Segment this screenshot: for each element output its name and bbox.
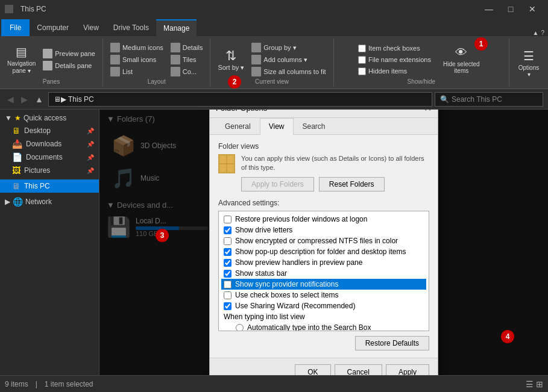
window-title: This PC <box>20 5 46 13</box>
advanced-settings-list[interactable]: Restore previous folder windows at logon… <box>218 211 429 331</box>
modal-tab-general[interactable]: General <box>216 118 260 134</box>
hidden-items-toggle[interactable]: Hidden items <box>356 66 433 76</box>
navigation-pane-label: Navigationpane ▾ <box>7 60 36 75</box>
group-by-button[interactable]: Group by ▾ <box>249 42 328 53</box>
checkbox-popup-desc[interactable]: Show pop-up description for folder and d… <box>221 246 426 257</box>
navigation-pane-button[interactable]: ▤ Navigationpane ▾ <box>5 43 38 76</box>
details-view-button[interactable]: ☰ <box>526 379 534 389</box>
list-button[interactable]: List <box>108 66 166 77</box>
sidebar-item-documents[interactable]: 📄 Documents 📌 <box>0 151 99 164</box>
title-bar: This PC — □ ✕ <box>0 0 548 18</box>
sidebar-header-network[interactable]: ▶ 🌐 Network <box>0 195 99 208</box>
checkbox-sync-provider-input[interactable] <box>224 281 231 288</box>
documents-pin: 📌 <box>87 154 94 161</box>
content-button[interactable]: Co... <box>168 66 206 77</box>
this-pc-label: This PC <box>24 182 50 190</box>
checkbox-sync-provider[interactable]: Show sync provider notifications <box>221 279 426 290</box>
checkbox-status-bar[interactable]: Show status bar <box>221 268 426 279</box>
panes-small-group: Preview pane Details pane <box>40 48 98 71</box>
ribbon-panes-items: ▤ Navigationpane ▾ Preview pane Details … <box>5 39 98 78</box>
restore-defaults-button[interactable]: Restore Defaults <box>355 336 429 350</box>
sidebar-item-downloads[interactable]: 📥 Downloads 📌 <box>0 137 99 151</box>
navigation-pane-icon: ▤ <box>16 45 27 59</box>
advanced-settings-label: Advanced settings: <box>218 199 429 207</box>
checkbox-check-boxes-input[interactable] <box>224 291 231 299</box>
apply-to-folders-button[interactable]: Apply to Folders <box>241 177 314 191</box>
options-button[interactable]: ☰ Options▾ <box>514 48 543 79</box>
file-name-extensions-checkbox[interactable] <box>358 56 366 64</box>
large-icons-view-button[interactable]: ⊞ <box>536 379 543 389</box>
search-icon: 🔍 <box>440 95 449 104</box>
checkbox-sharing-wizard[interactable]: Use Sharing Wizard (Recommended) <box>221 300 426 311</box>
items-count: 9 items <box>5 380 28 388</box>
cancel-button[interactable]: Cancel <box>335 364 382 375</box>
medium-icons-button[interactable]: Medium icons <box>108 42 166 53</box>
checkbox-preview-handlers[interactable]: Show preview handlers in preview pane <box>221 257 426 268</box>
sidebar-item-desktop[interactable]: 🖥 Desktop 📌 <box>0 124 99 137</box>
tab-manage[interactable]: Manage <box>156 19 197 36</box>
checkbox-ntfs-color[interactable]: Show encrypted or compressed NTFS files … <box>221 235 426 246</box>
ok-button[interactable]: OK <box>295 364 330 375</box>
downloads-label: Downloads <box>26 140 61 148</box>
expand-icon[interactable]: ▲ <box>533 30 539 36</box>
address-path[interactable]: 🖥 ▶ This PC <box>48 92 432 107</box>
sidebar-header-quick-access[interactable]: ▼ ★ Quick access <box>0 112 99 124</box>
checkbox-status-bar-input[interactable] <box>224 270 231 278</box>
checkbox-check-boxes[interactable]: Use check boxes to select items <box>221 290 426 300</box>
item-check-boxes-checkbox[interactable] <box>358 45 366 52</box>
search-box[interactable]: 🔍 Search This PC <box>435 92 543 107</box>
minimize-button[interactable]: — <box>478 0 500 18</box>
content-area: ▼ Folders (7) 📦 3D Objects 🖥 Desktop 📄 D… <box>99 110 548 375</box>
modal-tab-view[interactable]: View <box>260 118 294 135</box>
hide-selected-wrapper: 👁 Hide selecteditems <box>441 45 482 75</box>
maximize-button[interactable]: □ <box>500 0 521 18</box>
tab-view[interactable]: View <box>76 19 106 36</box>
restore-defaults-container: Restore Defaults <box>218 336 429 350</box>
options-label: Options▾ <box>518 64 539 78</box>
sidebar-item-pictures[interactable]: 🖼 Pictures 📌 <box>0 164 99 177</box>
tab-file[interactable]: File <box>1 19 30 36</box>
details-pane-button[interactable]: Details pane <box>40 60 98 71</box>
tab-drive-tools[interactable]: Drive Tools <box>106 19 156 36</box>
modal-tab-search[interactable]: Search <box>294 118 335 134</box>
file-name-extensions-toggle[interactable]: File name extensions <box>356 55 433 65</box>
add-columns-button[interactable]: Add columns ▾ <box>249 54 328 65</box>
checkbox-drive-letters[interactable]: Show drive letters <box>221 225 426 235</box>
path-text: ▶ This PC <box>61 95 94 104</box>
apply-button[interactable]: Apply <box>386 364 429 375</box>
checkbox-sharing-wizard-input[interactable] <box>224 302 231 310</box>
checkbox-restore-windows[interactable]: Restore previous folder windows at logon <box>221 214 426 225</box>
tiles-button[interactable]: Tiles <box>168 54 206 65</box>
list-label: List <box>122 68 133 75</box>
preview-pane-button[interactable]: Preview pane <box>40 48 98 59</box>
size-columns-icon <box>251 67 261 76</box>
forward-button[interactable]: ▶ <box>19 93 30 105</box>
up-button[interactable]: ▲ <box>33 93 46 105</box>
options-icon: ☰ <box>523 49 534 63</box>
checkbox-restore-windows-label: Restore previous folder windows at logon <box>235 215 367 223</box>
details-button[interactable]: Details <box>168 42 206 53</box>
back-button[interactable]: ◀ <box>5 93 16 105</box>
reset-folders-button[interactable]: Reset Folders <box>319 177 385 191</box>
hide-selected-button[interactable]: 👁 Hide selecteditems <box>441 45 482 75</box>
modal-title-bar: Folder Options ✕ <box>210 110 438 118</box>
radio-search-box[interactable]: Automatically type into the Search Box <box>233 322 426 331</box>
checkbox-preview-handlers-input[interactable] <box>224 259 231 267</box>
checkbox-restore-windows-input[interactable] <box>224 216 231 223</box>
radio-search-box-input[interactable] <box>236 324 244 332</box>
sidebar-item-this-pc[interactable]: 🖥 This PC <box>0 179 99 193</box>
checkbox-popup-desc-input[interactable] <box>224 248 231 256</box>
close-button[interactable]: ✕ <box>521 0 543 18</box>
small-icons-button[interactable]: Small icons <box>108 54 166 65</box>
help-icon[interactable]: ? <box>541 30 544 36</box>
folder-views-label: Folder views <box>218 142 429 151</box>
checkbox-ntfs-color-input[interactable] <box>224 237 231 245</box>
hidden-items-checkbox[interactable] <box>358 67 366 75</box>
checkbox-drive-letters-input[interactable] <box>224 226 231 234</box>
modal-close-button[interactable]: ✕ <box>424 110 432 114</box>
size-columns-button[interactable]: Size all columns to fit <box>249 66 328 77</box>
layout-group-2: Details Tiles Co... <box>168 42 206 77</box>
item-check-boxes-toggle[interactable]: Item check boxes <box>356 43 433 54</box>
tab-computer[interactable]: Computer <box>30 19 76 36</box>
sort-by-button[interactable]: ⇅ Sort by ▾ <box>215 46 247 74</box>
